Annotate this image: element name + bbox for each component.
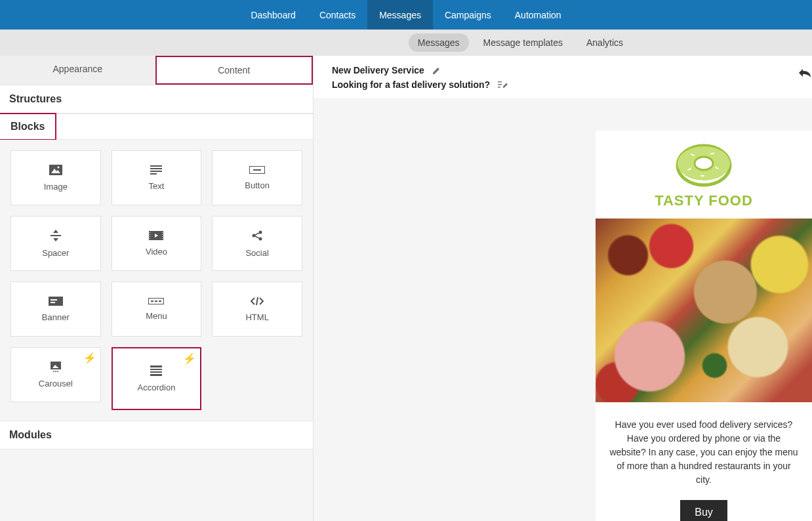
- sub-nav: Messages Message templates Analytics: [0, 30, 812, 56]
- email-body-text: Have you ever used food delivery service…: [596, 402, 812, 500]
- svg-rect-33: [151, 301, 153, 302]
- block-label: Video: [146, 247, 167, 257]
- edit-subject-icon[interactable]: [498, 81, 508, 89]
- svg-rect-16: [150, 234, 150, 235]
- top-nav: Dashboard Contacts Messages Campaigns Au…: [0, 0, 812, 30]
- svg-rect-0: [49, 165, 62, 175]
- subnav-messages[interactable]: Messages: [409, 33, 469, 52]
- block-video[interactable]: Video: [112, 216, 202, 271]
- reply-icon[interactable]: [798, 68, 812, 78]
- block-label: Banner: [42, 312, 70, 322]
- hero-image: [596, 219, 812, 402]
- svg-rect-42: [150, 365, 162, 367]
- editor-sidebar: Appearance Content Structures Blocks Ima…: [0, 56, 314, 521]
- social-icon: [251, 230, 263, 241]
- image-icon: [49, 165, 62, 175]
- nav-dashboard[interactable]: Dashboard: [239, 0, 308, 30]
- svg-rect-4: [150, 168, 162, 169]
- block-social[interactable]: Social: [212, 216, 302, 271]
- svg-rect-30: [51, 299, 57, 301]
- block-banner[interactable]: Banner: [10, 281, 101, 337]
- nav-contacts[interactable]: Contacts: [308, 0, 367, 30]
- block-label: Text: [149, 181, 165, 191]
- subnav-templates[interactable]: Message templates: [474, 33, 572, 52]
- edit-title-icon[interactable]: [432, 66, 441, 75]
- svg-rect-17: [150, 236, 150, 237]
- menu-icon: [148, 298, 164, 304]
- svg-point-2: [57, 166, 59, 168]
- spacer-icon: [51, 230, 61, 241]
- section-blocks[interactable]: Blocks: [0, 113, 56, 140]
- svg-rect-10: [51, 235, 61, 236]
- block-label: Spacer: [42, 248, 69, 258]
- svg-rect-31: [51, 302, 55, 303]
- block-text[interactable]: Text: [112, 150, 202, 205]
- block-label: Image: [44, 182, 68, 192]
- block-label: Menu: [146, 311, 167, 321]
- svg-point-41: [57, 371, 58, 372]
- block-label: HTML: [245, 312, 268, 322]
- svg-rect-5: [150, 171, 162, 172]
- svg-marker-9: [53, 230, 58, 233]
- svg-rect-47: [498, 84, 502, 85]
- amp-icon: ⚡: [83, 352, 96, 364]
- svg-rect-3: [150, 165, 162, 167]
- preview-canvas: TASTY FOOD Have you ever used food deliv…: [314, 98, 812, 521]
- svg-point-26: [259, 237, 262, 240]
- subnav-analytics[interactable]: Analytics: [577, 33, 632, 52]
- block-label: Social: [245, 248, 268, 258]
- message-title: New Delivery Service: [332, 65, 424, 75]
- svg-rect-48: [498, 87, 500, 88]
- svg-point-24: [253, 234, 256, 237]
- video-icon: [149, 231, 163, 240]
- svg-line-27: [255, 233, 259, 235]
- block-menu[interactable]: Menu: [112, 281, 202, 337]
- block-html[interactable]: HTML: [212, 281, 302, 337]
- svg-rect-44: [150, 371, 162, 373]
- nav-messages[interactable]: Messages: [367, 0, 433, 30]
- svg-rect-46: [498, 81, 502, 83]
- block-label: Button: [245, 180, 270, 190]
- tab-content[interactable]: Content: [155, 56, 314, 85]
- svg-rect-8: [253, 169, 261, 171]
- button-icon: [249, 166, 265, 174]
- block-spacer[interactable]: Spacer: [10, 216, 101, 271]
- blocks-grid: Image Text Button Spacer: [0, 140, 313, 421]
- message-header: New Delivery Service Looking for a fast …: [314, 56, 812, 98]
- email-preview[interactable]: TASTY FOOD Have you ever used food deliv…: [596, 131, 812, 521]
- preview-panel: New Delivery Service Looking for a fast …: [314, 56, 812, 521]
- svg-rect-18: [150, 238, 150, 239]
- tab-appearance[interactable]: Appearance: [0, 56, 155, 85]
- svg-line-28: [255, 236, 259, 238]
- svg-point-40: [55, 371, 56, 372]
- svg-rect-22: [162, 238, 163, 239]
- section-structures[interactable]: Structures: [0, 85, 313, 114]
- block-carousel[interactable]: ⚡ Carousel: [10, 347, 101, 402]
- svg-rect-21: [162, 236, 163, 237]
- svg-rect-34: [155, 301, 157, 302]
- brand-name: TASTY FOOD: [596, 192, 812, 209]
- block-accordion[interactable]: ⚡ Accordion: [112, 347, 202, 410]
- nav-automation[interactable]: Automation: [503, 0, 573, 30]
- svg-rect-45: [150, 374, 162, 376]
- block-label: Carousel: [39, 379, 73, 388]
- message-subject: Looking for a fast delivery solution?: [332, 79, 490, 90]
- svg-rect-6: [150, 173, 157, 175]
- block-button[interactable]: Button: [212, 150, 302, 205]
- svg-rect-29: [49, 297, 63, 306]
- accordion-icon: [150, 365, 162, 376]
- svg-point-39: [53, 371, 54, 372]
- carousel-icon: [49, 362, 63, 372]
- svg-rect-20: [162, 234, 163, 235]
- svg-marker-11: [53, 238, 58, 241]
- buy-button[interactable]: Buy: [680, 500, 727, 521]
- svg-rect-35: [159, 301, 161, 302]
- svg-point-25: [259, 230, 262, 234]
- block-label: Accordion: [138, 383, 176, 392]
- svg-rect-19: [162, 232, 163, 233]
- section-modules[interactable]: Modules: [0, 421, 313, 449]
- block-image[interactable]: Image: [10, 150, 101, 205]
- text-icon: [150, 165, 162, 175]
- svg-line-36: [256, 297, 258, 305]
- nav-campaigns[interactable]: Campaigns: [433, 0, 503, 30]
